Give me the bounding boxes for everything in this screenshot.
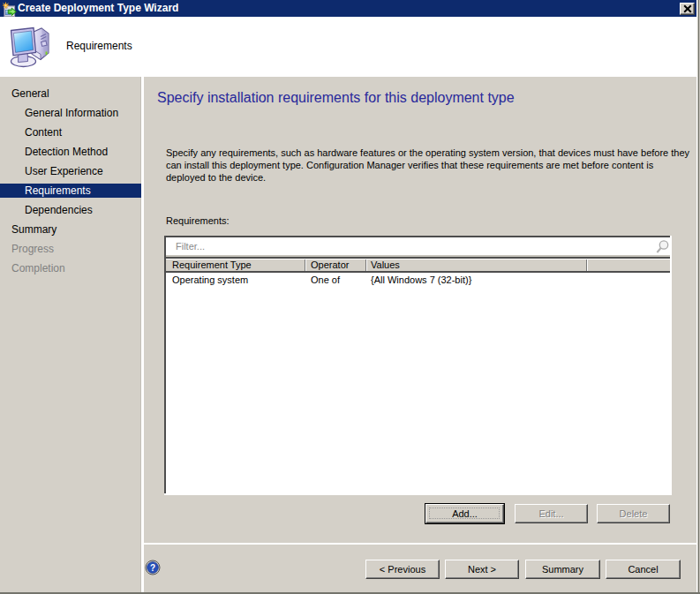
- svg-text:?: ?: [150, 563, 155, 573]
